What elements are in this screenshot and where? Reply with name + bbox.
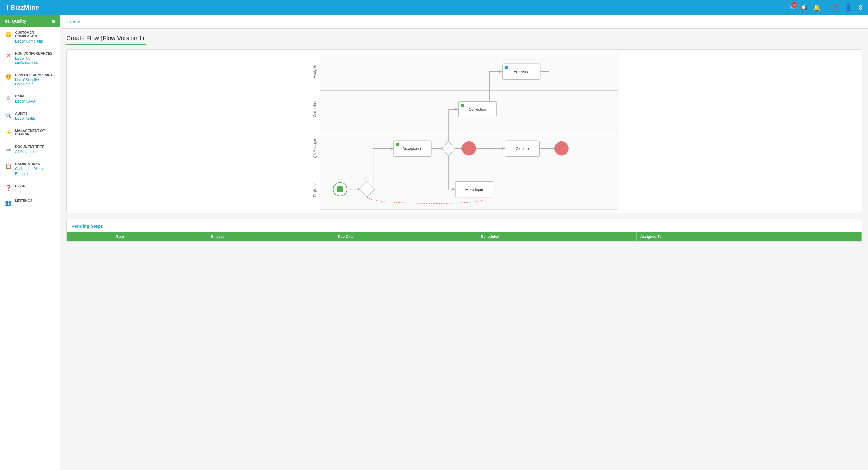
non-conformances-title: NON-CONFORMANCES [15,52,55,55]
flow-container: Analysis Correction QA Manager Registran… [66,49,862,213]
svg-rect-31 [396,143,399,146]
all-documents-link[interactable]: All Documents [15,149,44,154]
navbar: TBizzMine ✉ 32 📢 🔔 ❓ 👤 ⚙ [0,0,868,15]
content-area: Create Flow (Flow Version 1): Analysis C… [60,29,868,248]
table-header-actions [815,232,862,241]
supplier-complaints-icon: 😟 [5,74,12,87]
email-icon[interactable]: ✉ 32 [789,4,795,11]
module-icon: ▦ [51,19,55,24]
svg-text:Closure: Closure [516,146,529,151]
svg-text:Correction: Correction [313,101,316,118]
sidebar-section-risks: ❓ RISKS [0,180,60,195]
table-header-subject: Subject [207,232,334,241]
table-header-step: Step [112,232,207,241]
back-arrow-icon: ‹ [66,19,68,24]
svg-text:Correction: Correction [469,107,486,112]
pending-section: Pending Steps Step Subject Due Date Sche… [66,219,862,242]
supplier-complaints-title: SUPPLIER COMPLAINTS [15,73,55,77]
capa-title: CAPA [15,94,35,98]
non-conformances-icon: ✖ [5,52,12,65]
svg-rect-28 [461,104,464,107]
svg-text:Acceptance: Acceptance [403,146,422,151]
settings-icon[interactable]: ⚙ [858,4,863,11]
risks-title: RISKS [15,184,25,188]
svg-text:More input: More input [465,188,483,192]
svg-point-34 [462,141,476,155]
sidebar-section-meetings: 👥 MEETINGS [0,195,60,210]
sidebar-section-capa: ⚙ CAPA List of CAPA [0,91,60,108]
table-header-row: Step Subject Due Date Scheduled Assigned… [67,232,862,241]
brand-name: BizzMine [10,4,39,11]
list-of-capa-link[interactable]: List of CAPA [15,99,35,103]
list-of-audits-link[interactable]: List of Audits [15,116,36,121]
calibrations-icon: 📋 [5,163,12,176]
pending-steps-title: Pending Steps [67,219,862,232]
svg-rect-0 [320,53,618,91]
document-tree-title: DOCUMENT TREE [15,145,44,148]
table-header-due-date: Due Date [334,232,477,241]
meetings-title: MEETINGS [15,199,32,202]
brand: TBizzMine [5,3,39,12]
calibration-planning-link[interactable]: Calibration Planning [15,167,48,171]
sidebar-section-audits: 🔍 AUDITS List of Audits [0,108,60,125]
audits-icon: 🔍 [5,112,12,121]
capa-icon: ⚙ [5,95,12,104]
customer-complaints-icon: 😞 [5,31,12,44]
management-of-change-title: MANAGEMENT OF CHANGE [15,129,55,136]
table-header-scheduled: Scheduled [477,232,637,241]
sidebar-section-document-tree: ☁ DOCUMENT TREE All Documents [0,141,60,158]
customer-complaints-title: CUSTOMER COMPLAINTS [15,31,55,38]
nav-divider [826,3,826,12]
management-of-change-icon: ⚡ [5,129,12,137]
module-label: 01. Quality [5,19,26,24]
user-icon[interactable]: 👤 [845,4,852,11]
list-of-supplier-complaints-link[interactable]: List of Supplier Complaints [15,78,55,86]
svg-text:Analysis: Analysis [514,70,528,74]
equipment-link[interactable]: Equipment [15,172,48,176]
audits-title: AUDITS [15,112,36,115]
svg-text:QA Manager: QA Manager [313,139,316,158]
risks-icon: ❓ [5,184,12,191]
flow-canvas: Analysis Correction QA Manager Registran… [70,53,859,210]
brand-t: T [5,3,10,12]
question-icon[interactable]: ❓ [832,4,839,11]
document-tree-icon: ☁ [5,145,12,155]
layout: 01. Quality ▦ 😞 CUSTOMER COMPLAINTS List… [0,15,868,470]
svg-text:Analysis: Analysis [313,65,316,78]
sidebar-section-customer-complaints: 😞 CUSTOMER COMPLAINTS List of Complaints [0,27,60,48]
svg-text:Registrant: Registrant [313,181,316,197]
table-header-empty [67,232,112,241]
back-bar: ‹ BACK [60,15,868,29]
notification-badge: 32 [792,2,797,7]
sidebar-section-management-of-change: ⚡ MANAGEMENT OF CHANGE [0,125,60,141]
sidebar-section-non-conformances: ✖ NON-CONFORMANCES List of Non-conforman… [0,48,60,69]
bell-icon[interactable]: 🔔 [813,4,820,11]
module-button[interactable]: 01. Quality ▦ [0,15,60,27]
megaphone-icon[interactable]: 📢 [800,4,808,11]
sidebar-section-calibrations: 📋 CALIBRATIONS Calibration Planning Equi… [0,158,60,180]
list-of-non-conformances-link[interactable]: List of Non-conformances [15,57,55,65]
list-of-complaints-link[interactable]: List of Complaints [15,39,55,43]
back-button[interactable]: BACK [70,20,81,24]
main-content: ‹ BACK Create Flow (Flow Version 1): Ana… [60,15,868,470]
svg-point-37 [555,141,569,155]
sidebar: 01. Quality ▦ 😞 CUSTOMER COMPLAINTS List… [0,15,60,470]
page-title: Create Flow (Flow Version 1): [66,35,146,45]
navbar-right: ✉ 32 📢 🔔 ❓ 👤 ⚙ [789,3,863,12]
svg-rect-39 [337,187,343,192]
pending-steps-table: Step Subject Due Date Scheduled Assigned… [67,232,862,241]
calibrations-title: CALIBRATIONS [15,162,48,166]
meetings-icon: 👥 [5,199,12,206]
svg-rect-25 [505,66,508,69]
table-header-assigned-to: Assigned To [637,232,815,241]
flow-diagram: Analysis Correction QA Manager Registran… [70,53,859,210]
sidebar-section-supplier-complaints: 😟 SUPPLIER COMPLAINTS List of Supplier C… [0,69,60,91]
